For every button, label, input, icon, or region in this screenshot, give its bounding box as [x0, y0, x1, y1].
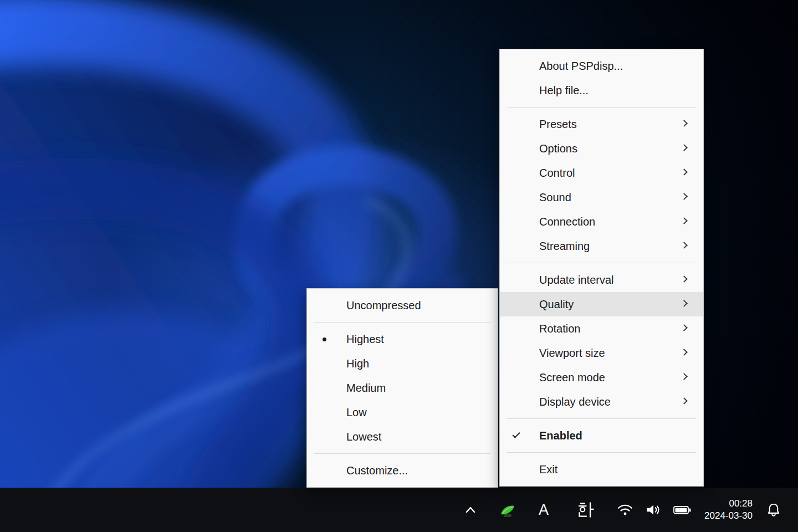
menu-item-label: Exit: [539, 463, 557, 476]
menu-item-label: High: [346, 357, 369, 370]
chevron-right-icon: [681, 144, 688, 151]
menu-separator: [507, 263, 696, 263]
pspdisp-tray-menu: About PSPdisp... Help file... Presets Op…: [499, 49, 704, 487]
menu-item-label: Rotation: [539, 323, 581, 335]
submenu-item-uncompressed[interactable]: Uncompressed: [307, 293, 498, 318]
menu-item-label: Connection: [539, 216, 595, 228]
menu-item-enabled[interactable]: Enabled: [500, 423, 703, 448]
chevron-right-icon: [681, 397, 688, 405]
menu-separator: [314, 322, 490, 323]
submenu-item-highest[interactable]: Highest: [307, 327, 498, 351]
menu-item-label: Medium: [346, 382, 386, 395]
menu-item-display-device[interactable]: Display device: [500, 390, 703, 414]
notification-bell-icon[interactable]: [763, 497, 785, 523]
menu-item-label: Quality: [539, 298, 574, 311]
menu-separator: [507, 418, 696, 419]
ime-korean-icon[interactable]: [574, 497, 598, 523]
menu-item-label: Low: [346, 406, 367, 419]
submenu-item-medium[interactable]: Medium: [307, 376, 498, 400]
chevron-right-icon: [681, 349, 688, 356]
menu-item-label: Streaming: [539, 240, 590, 253]
menu-item-options[interactable]: Options: [500, 136, 703, 161]
taskbar: A: [0, 488, 798, 532]
menu-item-label: Control: [539, 167, 575, 180]
tray-overflow-chevron-up-icon[interactable]: [459, 497, 482, 523]
menu-item-label: Help file...: [539, 84, 589, 97]
menu-item-sound[interactable]: Sound: [500, 185, 703, 209]
ime-latin-letter: A: [539, 502, 549, 519]
menu-item-label: Customize...: [346, 464, 408, 477]
menu-item-about[interactable]: About PSPdisp...: [500, 54, 703, 78]
submenu-item-customize[interactable]: Customize...: [307, 458, 498, 483]
menu-item-rotation[interactable]: Rotation: [500, 316, 703, 341]
menu-item-connection[interactable]: Connection: [500, 209, 703, 234]
system-tray: A: [459, 488, 798, 532]
menu-item-exit[interactable]: Exit: [500, 457, 703, 482]
menu-item-viewport-size[interactable]: Viewport size: [500, 341, 703, 365]
menu-item-label: Enabled: [539, 429, 582, 442]
menu-item-label: Update interval: [539, 274, 614, 287]
check-icon: [512, 430, 520, 438]
menu-item-label: Options: [539, 142, 577, 155]
menu-separator: [507, 452, 696, 453]
chevron-right-icon: [681, 120, 688, 127]
menu-item-label: Uncompressed: [346, 299, 421, 312]
taskbar-clock[interactable]: 00:28 2024-03-30: [704, 498, 753, 522]
menu-separator: [314, 453, 490, 454]
menu-item-label: Highest: [346, 333, 384, 346]
menu-item-screen-mode[interactable]: Screen mode: [500, 365, 703, 390]
menu-item-quality[interactable]: Quality: [500, 292, 703, 316]
menu-item-control[interactable]: Control: [500, 161, 703, 185]
submenu-item-lowest[interactable]: Lowest: [307, 424, 498, 449]
pspdisp-tray-icon[interactable]: [496, 497, 518, 523]
ime-latin-icon[interactable]: A: [533, 497, 555, 523]
chevron-right-icon: [681, 217, 688, 224]
quality-submenu: Uncompressed Highest High Medium Low Low…: [306, 288, 498, 488]
battery-icon[interactable]: [671, 497, 693, 523]
submenu-item-high[interactable]: High: [307, 351, 498, 376]
chevron-right-icon: [681, 275, 688, 283]
chevron-right-icon: [681, 242, 688, 249]
wifi-icon[interactable]: [616, 497, 635, 523]
menu-item-help-file[interactable]: Help file...: [500, 78, 703, 103]
menu-item-streaming[interactable]: Streaming: [500, 234, 703, 258]
volume-icon[interactable]: [642, 497, 663, 523]
menu-item-update-interval[interactable]: Update interval: [500, 268, 703, 292]
chevron-right-icon: [681, 324, 688, 331]
menu-item-label: Screen mode: [539, 371, 605, 384]
menu-item-label: Presets: [539, 118, 577, 131]
chevron-right-icon: [681, 373, 688, 380]
menu-item-label: Viewport size: [539, 347, 605, 360]
menu-separator: [507, 107, 696, 108]
clock-time: 00:28: [704, 498, 753, 510]
clock-date: 2024-03-30: [704, 510, 753, 522]
submenu-item-low[interactable]: Low: [307, 400, 498, 424]
menu-item-presets[interactable]: Presets: [500, 112, 703, 136]
menu-item-label: Sound: [539, 191, 571, 204]
menu-item-label: About PSPdisp...: [539, 60, 623, 73]
menu-item-label: Display device: [539, 396, 611, 408]
chevron-right-icon: [681, 168, 688, 176]
menu-item-label: Lowest: [346, 431, 381, 443]
selected-radio-dot-icon: [323, 337, 326, 341]
chevron-right-icon: [681, 193, 688, 200]
chevron-right-icon: [681, 300, 688, 307]
